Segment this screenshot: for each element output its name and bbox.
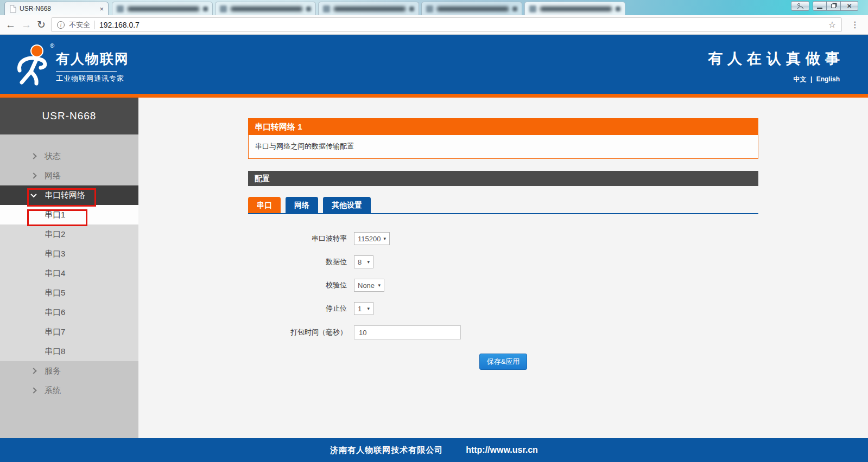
info-icon[interactable]: i <box>57 21 65 29</box>
tab-other-settings[interactable]: 其他设置 <box>323 197 371 213</box>
browser-tab-active[interactable]: USR-N668 × <box>4 2 109 15</box>
parity-select[interactable]: None ▾ <box>354 279 384 292</box>
data-bits-select[interactable]: 8 ▾ <box>354 255 373 268</box>
sidebar-item-services[interactable]: 服务 <box>0 361 138 381</box>
close-window-button[interactable]: ✕ <box>841 1 858 11</box>
data-bits-label: 数据位 <box>248 257 354 267</box>
baud-rate-select[interactable]: 115200 ▾ <box>354 232 390 245</box>
favicon-blur <box>323 5 330 12</box>
select-value: 115200 <box>358 235 381 243</box>
sidebar-item-label: 串口5 <box>45 288 65 298</box>
profile-button[interactable] <box>791 1 809 11</box>
registered-mark: ® <box>50 42 54 49</box>
sidebar-item-label: 服务 <box>45 366 61 376</box>
browser-tabstrip: USR-N668 × ✕ <box>0 0 868 15</box>
main-content: 串口转网络 1 串口与网络之间的数据传输配置 配置 串口 网络 其他设置 串口波… <box>138 98 868 438</box>
sidebar-item-label: 串口4 <box>45 268 65 279</box>
browser-menu-icon[interactable]: ⋮ <box>847 20 863 30</box>
select-value: 1 <box>358 305 362 313</box>
forward-button[interactable]: → <box>21 20 31 30</box>
sidebar-item-label: 串口8 <box>45 347 65 357</box>
form-row: 校验位 None ▾ <box>248 279 758 292</box>
blurred-tab[interactable] <box>215 2 316 15</box>
close-icon: ✕ <box>847 3 852 10</box>
browser-toolbar: ← → ↻ i 不安全 192.168.0.7 ☆ ⋮ <box>0 15 868 35</box>
blurred-tab[interactable] <box>112 2 213 15</box>
favicon-blur <box>220 5 227 12</box>
blurred-tab[interactable] <box>318 2 419 15</box>
tab-title: USR-N668 <box>20 5 96 12</box>
chevron-right-icon <box>30 172 36 178</box>
maximize-icon <box>831 4 836 8</box>
tab-close-blur <box>512 7 517 11</box>
tab-close-icon[interactable]: × <box>99 5 104 12</box>
annotation-box-serial-to-network <box>27 188 96 207</box>
lang-en-link[interactable]: English <box>816 75 840 83</box>
device-model-title: USR-N668 <box>0 98 138 134</box>
serial-settings-form: 串口波特率 115200 ▾ 数据位 8 ▾ 校 <box>248 232 758 370</box>
website-link[interactable]: http://www.usr.cn <box>466 445 538 455</box>
page-description: 串口与网络之间的数据传输配置 <box>248 135 758 159</box>
tab-close-blur <box>616 7 620 11</box>
reload-button[interactable]: ↻ <box>37 20 46 30</box>
chevron-right-icon <box>30 368 36 374</box>
brand-block: 有人物联网 工业物联网通讯专家 <box>56 50 129 84</box>
pack-time-input[interactable] <box>354 325 461 339</box>
sidebar: USR-N668 状态 网络 串口转网络 串口1 串口2 串口3 <box>0 98 138 438</box>
address-bar[interactable]: i 不安全 192.168.0.7 ☆ <box>51 17 842 32</box>
tab-title-blur <box>437 7 509 11</box>
form-row: 打包时间（毫秒） <box>248 325 758 339</box>
brand-divider <box>56 71 117 72</box>
stop-bits-select[interactable]: 1 ▾ <box>354 302 373 315</box>
site-header: ® 有人物联网 工业物联网通讯专家 有人在认真做事 中文 | English <box>0 35 868 94</box>
tab-close-blur <box>306 7 311 11</box>
sidebar-item-serial2[interactable]: 串口2 <box>0 224 138 244</box>
save-apply-button[interactable]: 保存&应用 <box>479 354 528 370</box>
sidebar-item-label: 串口6 <box>45 307 65 318</box>
baud-rate-label: 串口波特率 <box>248 234 354 243</box>
bookmark-star-icon[interactable]: ☆ <box>828 20 836 30</box>
minimize-button[interactable] <box>813 1 827 11</box>
person-icon-body <box>797 7 803 9</box>
chevron-right-icon <box>30 153 36 159</box>
sidebar-item-serial4[interactable]: 串口4 <box>0 264 138 283</box>
annotation-box-serial1 <box>27 209 87 226</box>
select-value: None <box>358 281 375 290</box>
tab-network[interactable]: 网络 <box>286 197 318 213</box>
blurred-tab[interactable] <box>524 2 625 15</box>
url-text[interactable]: 192.168.0.7 <box>99 21 824 29</box>
browser-window: USR-N668 × ✕ ← → ↻ i 不安全 192.168.0.7 <box>0 0 868 462</box>
sidebar-item-network[interactable]: 网络 <box>0 166 138 185</box>
tab-close-blur <box>203 7 208 11</box>
sidebar-item-serial3[interactable]: 串口3 <box>0 244 138 264</box>
header-accent-strip <box>0 94 868 98</box>
tab-title-blur <box>231 7 302 11</box>
sidebar-menu: 状态 网络 串口转网络 串口1 串口2 串口3 串口4 串口5 串口6 <box>0 134 138 438</box>
form-row: 数据位 8 ▾ <box>248 255 758 268</box>
blurred-tab[interactable] <box>421 2 522 15</box>
form-row: 停止位 1 ▾ <box>248 302 758 315</box>
sidebar-item-label: 串口3 <box>45 249 65 259</box>
section-title: 配置 <box>248 171 758 186</box>
sidebar-item-label: 串口7 <box>45 327 65 337</box>
sidebar-item-status[interactable]: 状态 <box>0 146 138 166</box>
sidebar-item-serial6[interactable]: 串口6 <box>0 303 138 322</box>
back-button[interactable]: ← <box>5 20 16 30</box>
sidebar-item-serial7[interactable]: 串口7 <box>0 322 138 342</box>
sidebar-item-serial8[interactable]: 串口8 <box>0 342 138 361</box>
person-icon <box>797 3 800 6</box>
sidebar-item-system[interactable]: 系统 <box>0 381 138 400</box>
sidebar-item-label: 串口2 <box>45 229 65 240</box>
maximize-button[interactable] <box>827 1 841 11</box>
sidebar-item-label: 状态 <box>45 151 61 162</box>
brand-subtitle: 工业物联网通讯专家 <box>56 74 129 84</box>
config-tabs: 串口 网络 其他设置 <box>248 197 758 214</box>
sidebar-item-serial5[interactable]: 串口5 <box>0 283 138 303</box>
tab-serial[interactable]: 串口 <box>248 197 281 213</box>
company-name: 济南有人物联网技术有限公司 <box>330 445 443 455</box>
caret-down-icon: ▾ <box>367 306 370 311</box>
security-label: 不安全 <box>69 20 90 30</box>
lang-zh-link[interactable]: 中文 <box>794 75 807 83</box>
language-switch: 中文 | English <box>708 75 840 84</box>
parity-label: 校验位 <box>248 280 354 290</box>
